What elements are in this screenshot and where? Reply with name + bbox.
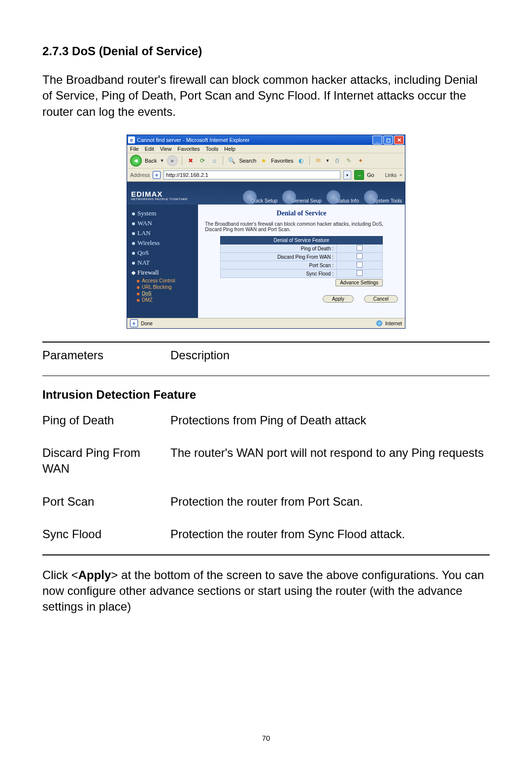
sidebar: System WAN LAN Wireless QoS NAT Firewall… bbox=[127, 205, 198, 318]
links-chevron-icon[interactable]: » bbox=[399, 172, 402, 177]
window-titlebar: e Cannot find server - Microsoft Interne… bbox=[127, 135, 405, 145]
feature-table-header: Denial of Service Feature bbox=[221, 237, 383, 244]
param-desc: Protections from Ping of Death attack bbox=[170, 413, 490, 428]
sidebar-item-system[interactable]: System bbox=[132, 208, 195, 218]
internet-zone-icon bbox=[376, 320, 382, 326]
submenu-dos[interactable]: DoS bbox=[137, 290, 195, 297]
brand-tagline: NETWORKING PEOPLE TOGETHER bbox=[131, 198, 188, 201]
feature-label: Port Scan : bbox=[221, 261, 337, 270]
home-icon[interactable]: ⌂ bbox=[210, 156, 219, 165]
status-zone: Internet bbox=[385, 321, 402, 326]
sidebar-item-wireless[interactable]: Wireless bbox=[132, 238, 195, 248]
sync-flood-checkbox[interactable] bbox=[357, 270, 363, 276]
stop-icon[interactable]: ✖ bbox=[186, 156, 195, 165]
submenu-dmz[interactable]: DMZ bbox=[137, 297, 195, 303]
param-desc: The router's WAN port will not respond t… bbox=[170, 445, 490, 477]
minimize-button[interactable]: _ bbox=[372, 136, 382, 144]
advance-settings-button[interactable]: Advance Settings bbox=[335, 279, 383, 286]
discard-ping-checkbox[interactable] bbox=[357, 253, 363, 259]
refresh-icon[interactable]: ⟳ bbox=[198, 156, 207, 165]
sidebar-item-firewall[interactable]: Firewall bbox=[132, 268, 195, 277]
nav-general-setup[interactable]: General Seup bbox=[291, 198, 322, 204]
submenu-url-blocking[interactable]: URL Blocking bbox=[137, 284, 195, 290]
address-bar: Address e http://192.168.2.1 ▾ → Go Link… bbox=[127, 169, 405, 182]
apply-button[interactable]: Apply bbox=[323, 295, 354, 303]
menu-help[interactable]: Help bbox=[224, 146, 235, 152]
sidebar-item-lan[interactable]: LAN bbox=[132, 228, 195, 238]
menu-tools[interactable]: Tools bbox=[206, 146, 219, 152]
param-name: Discard Ping From WAN bbox=[42, 445, 170, 477]
links-label[interactable]: Links bbox=[385, 172, 397, 178]
content-pane: Denial of Service The Broadband router's… bbox=[198, 205, 405, 318]
ie-icon: e bbox=[128, 137, 135, 143]
address-field[interactable]: http://192.168.2.1 bbox=[164, 171, 340, 179]
back-dropdown-icon[interactable]: ▼ bbox=[160, 158, 164, 163]
param-row: Discard Ping From WAN The router's WAN p… bbox=[42, 440, 490, 489]
top-nav: Quick Setup General Seup Status Info Sys… bbox=[251, 198, 402, 204]
media-icon[interactable]: ◐ bbox=[297, 156, 305, 165]
submenu-access-control[interactable]: Access Control bbox=[137, 277, 195, 284]
status-page-icon: e bbox=[130, 319, 138, 327]
back-button[interactable]: ◄ bbox=[130, 155, 142, 167]
nav-system-tools[interactable]: System Tools bbox=[373, 198, 402, 204]
address-dropdown-icon[interactable]: ▾ bbox=[343, 171, 351, 179]
status-bar: e Done Internet bbox=[127, 318, 405, 328]
favorites-label: Favorites bbox=[271, 158, 293, 164]
go-button[interactable]: → bbox=[354, 170, 364, 180]
sidebar-item-qos[interactable]: QoS bbox=[132, 248, 195, 258]
param-desc: Protection the router from Port Scan. bbox=[170, 494, 490, 510]
menu-file[interactable]: File bbox=[130, 146, 139, 152]
toolbar-separator bbox=[223, 156, 223, 165]
brand-logo: EDIMAX NETWORKING PEOPLE TOGETHER bbox=[131, 190, 188, 201]
table-header-row: Parameters Description bbox=[42, 343, 490, 375]
nav-status-info[interactable]: Status Info bbox=[335, 198, 359, 204]
back-label: Back bbox=[145, 158, 157, 164]
port-scan-checkbox[interactable] bbox=[357, 262, 363, 268]
discuss-icon[interactable]: ✦ bbox=[356, 156, 365, 165]
router-page: EDIMAX NETWORKING PEOPLE TOGETHER Quick … bbox=[127, 182, 405, 318]
menu-edit[interactable]: Edit bbox=[145, 146, 154, 152]
section-heading: 2.7.3 DoS (Denial of Service) bbox=[42, 44, 490, 58]
menu-favorites[interactable]: Favorites bbox=[177, 146, 200, 152]
address-label: Address bbox=[130, 172, 150, 178]
param-row: Port Scan Protection the router from Por… bbox=[42, 489, 490, 521]
content-description: The Broadband router's firewall can bloc… bbox=[205, 221, 398, 232]
apply-note: Click <Apply> at the bottom of the scree… bbox=[42, 567, 490, 615]
feature-table: Denial of Service Feature Ping of Death … bbox=[220, 236, 383, 278]
menu-view[interactable]: View bbox=[160, 146, 172, 152]
search-label: Search bbox=[239, 158, 256, 164]
history-icon[interactable]: ✉ bbox=[314, 156, 323, 165]
param-name: Ping of Death bbox=[42, 413, 170, 428]
favorites-icon[interactable]: ★ bbox=[259, 156, 268, 165]
go-label: Go bbox=[367, 172, 374, 178]
table-row: Sync Flood : bbox=[221, 270, 383, 278]
router-screenshot: e Cannot find server - Microsoft Interne… bbox=[127, 135, 405, 329]
intro-paragraph: The Broadband router's firewall can bloc… bbox=[42, 72, 490, 120]
forward-button[interactable]: ► bbox=[167, 155, 178, 166]
print-icon[interactable]: ⎙ bbox=[332, 156, 341, 165]
feature-label: Sync Flood : bbox=[221, 270, 337, 278]
nav-quick-setup[interactable]: Quick Setup bbox=[251, 198, 277, 204]
feature-label: Ping of Death : bbox=[221, 244, 337, 253]
section-title: DoS (Denial of Service) bbox=[72, 44, 202, 58]
subheading: Intrusion Detection Feature bbox=[42, 376, 490, 408]
page-number: 70 bbox=[0, 734, 532, 742]
edit-icon[interactable]: ✎ bbox=[344, 156, 353, 165]
close-button[interactable]: ✕ bbox=[394, 136, 404, 144]
param-row: Sync Flood Protection the router from Sy… bbox=[42, 521, 490, 554]
table-row: Ping of Death : bbox=[221, 244, 383, 253]
maximize-button[interactable]: ◻ bbox=[383, 136, 393, 144]
sidebar-item-wan[interactable]: WAN bbox=[132, 218, 195, 228]
table-row: Discard Ping From WAN : bbox=[221, 253, 383, 261]
search-icon[interactable]: 🔍 bbox=[227, 156, 236, 165]
col-header-parameters: Parameters bbox=[42, 347, 170, 363]
col-header-description: Description bbox=[170, 347, 490, 363]
param-name: Sync Flood bbox=[42, 526, 170, 542]
history-dropdown-icon[interactable]: ▼ bbox=[326, 158, 330, 163]
cancel-button[interactable]: Cancel bbox=[364, 295, 398, 303]
ping-of-death-checkbox[interactable] bbox=[357, 245, 363, 251]
sidebar-item-nat[interactable]: NAT bbox=[132, 258, 195, 268]
toolbar: ◄ Back ▼ ► ✖ ⟳ ⌂ 🔍 Search ★ Favorites ◐ … bbox=[127, 153, 405, 169]
param-row: Ping of Death Protections from Ping of D… bbox=[42, 408, 490, 440]
menu-bar: File Edit View Favorites Tools Help bbox=[127, 145, 405, 153]
